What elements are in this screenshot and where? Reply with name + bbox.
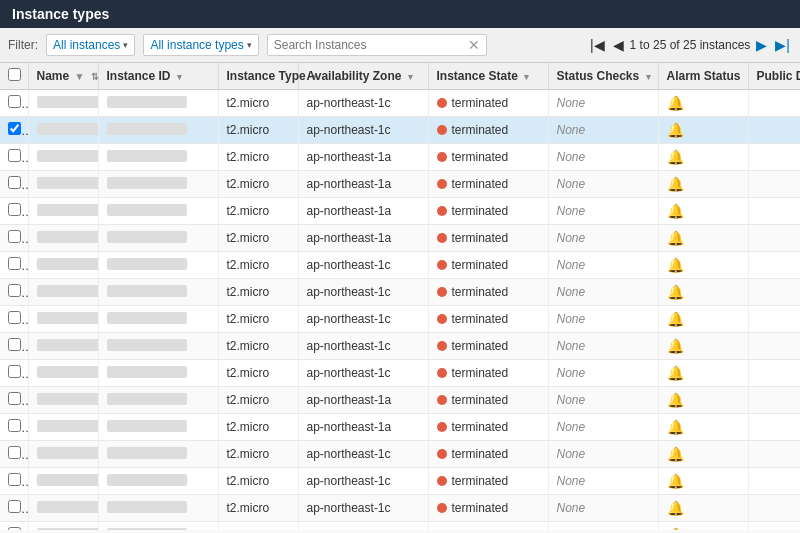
alarm-status-cell[interactable]: 🔔 — [658, 414, 748, 441]
row-checkbox[interactable] — [8, 527, 21, 530]
prev-page-button[interactable]: ◀ — [611, 37, 626, 53]
alarm-status-cell[interactable]: 🔔 — [658, 387, 748, 414]
instance-id-cell[interactable] — [98, 144, 218, 171]
alarm-status-cell[interactable]: 🔔 — [658, 495, 748, 522]
alarm-icon[interactable]: 🔔 — [667, 257, 684, 273]
alarm-icon[interactable]: 🔔 — [667, 149, 684, 165]
row-checkbox[interactable] — [8, 203, 21, 216]
all-instances-filter[interactable]: All instances ▾ — [46, 34, 135, 56]
row-checkbox[interactable] — [8, 338, 21, 351]
row-checkbox-cell[interactable] — [0, 387, 28, 414]
alarm-status-cell[interactable]: 🔔 — [658, 171, 748, 198]
row-checkbox[interactable] — [8, 500, 21, 513]
alarm-status-cell[interactable]: 🔔 — [658, 279, 748, 306]
instance-id-column-header[interactable]: Instance ID ▾ — [98, 63, 218, 90]
alarm-icon[interactable]: 🔔 — [667, 284, 684, 300]
row-checkbox-cell[interactable] — [0, 198, 28, 225]
alarm-icon[interactable]: 🔔 — [667, 176, 684, 192]
alarm-icon[interactable]: 🔔 — [667, 500, 684, 516]
row-checkbox-cell[interactable] — [0, 90, 28, 117]
instance-id-cell[interactable] — [98, 306, 218, 333]
first-page-button[interactable]: |◀ — [588, 37, 607, 53]
alarm-status-cell[interactable]: 🔔 — [658, 333, 748, 360]
instance-type-column-header[interactable]: Instance Type ▾ — [218, 63, 298, 90]
sort-icon[interactable]: ⇅ — [91, 72, 99, 82]
instance-id-cell[interactable] — [98, 90, 218, 117]
alarm-icon[interactable]: 🔔 — [667, 392, 684, 408]
alarm-status-cell[interactable]: 🔔 — [658, 360, 748, 387]
row-checkbox[interactable] — [8, 257, 21, 270]
instance-id-cell[interactable] — [98, 414, 218, 441]
instance-id-cell[interactable] — [98, 495, 218, 522]
alarm-icon[interactable]: 🔔 — [667, 419, 684, 435]
alarm-icon[interactable]: 🔔 — [667, 311, 684, 327]
last-page-button[interactable]: ▶| — [773, 37, 792, 53]
instance-id-cell[interactable] — [98, 279, 218, 306]
instance-id-cell[interactable] — [98, 468, 218, 495]
row-checkbox-cell[interactable] — [0, 468, 28, 495]
alarm-status-cell[interactable]: 🔔 — [658, 144, 748, 171]
instance-id-cell[interactable] — [98, 360, 218, 387]
availability-zone-column-header[interactable]: Availability Zone ▾ — [298, 63, 428, 90]
instance-id-cell[interactable] — [98, 198, 218, 225]
row-checkbox[interactable] — [8, 284, 21, 297]
row-checkbox[interactable] — [8, 95, 21, 108]
alarm-status-cell[interactable]: 🔔 — [658, 522, 748, 531]
instance-id-cell[interactable] — [98, 522, 218, 531]
instance-id-cell[interactable] — [98, 117, 218, 144]
name-column-header[interactable]: Name ▼ ⇅ — [28, 63, 98, 90]
alarm-icon[interactable]: 🔔 — [667, 365, 684, 381]
alarm-status-cell[interactable]: 🔔 — [658, 306, 748, 333]
sort-icon[interactable]: ▾ — [646, 72, 651, 82]
alarm-icon[interactable]: 🔔 — [667, 473, 684, 489]
alarm-status-cell[interactable]: 🔔 — [658, 252, 748, 279]
alarm-icon[interactable]: 🔔 — [667, 122, 684, 138]
select-all-header[interactable] — [0, 63, 28, 90]
instance-id-cell[interactable] — [98, 441, 218, 468]
sort-icon[interactable]: ▾ — [177, 72, 182, 82]
alarm-status-cell[interactable]: 🔔 — [658, 441, 748, 468]
close-icon[interactable]: ✕ — [468, 37, 480, 53]
row-checkbox-cell[interactable] — [0, 171, 28, 198]
alarm-status-column-header[interactable]: Alarm Status — [658, 63, 748, 90]
alarm-status-cell[interactable]: 🔔 — [658, 225, 748, 252]
alarm-icon[interactable]: 🔔 — [667, 95, 684, 111]
row-checkbox-cell[interactable] — [0, 279, 28, 306]
row-checkbox-cell[interactable] — [0, 225, 28, 252]
row-checkbox-cell[interactable] — [0, 306, 28, 333]
row-checkbox[interactable] — [8, 446, 21, 459]
row-checkbox[interactable] — [8, 122, 21, 135]
alarm-icon[interactable]: 🔔 — [667, 527, 684, 530]
row-checkbox-cell[interactable] — [0, 414, 28, 441]
row-checkbox[interactable] — [8, 473, 21, 486]
instance-state-column-header[interactable]: Instance State ▾ — [428, 63, 548, 90]
row-checkbox-cell[interactable] — [0, 252, 28, 279]
alarm-status-cell[interactable]: 🔔 — [658, 468, 748, 495]
row-checkbox-cell[interactable] — [0, 495, 28, 522]
select-all-checkbox[interactable] — [8, 68, 21, 81]
next-page-button[interactable]: ▶ — [754, 37, 769, 53]
alarm-icon[interactable]: 🔔 — [667, 230, 684, 246]
row-checkbox-cell[interactable] — [0, 360, 28, 387]
search-input[interactable] — [274, 38, 468, 52]
instance-id-cell[interactable] — [98, 171, 218, 198]
row-checkbox[interactable] — [8, 311, 21, 324]
row-checkbox-cell[interactable] — [0, 441, 28, 468]
row-checkbox[interactable] — [8, 230, 21, 243]
row-checkbox[interactable] — [8, 365, 21, 378]
alarm-status-cell[interactable]: 🔔 — [658, 117, 748, 144]
alarm-status-cell[interactable]: 🔔 — [658, 198, 748, 225]
alarm-icon[interactable]: 🔔 — [667, 203, 684, 219]
alarm-status-cell[interactable]: 🔔 — [658, 90, 748, 117]
status-checks-column-header[interactable]: Status Checks ▾ — [548, 63, 658, 90]
alarm-icon[interactable]: 🔔 — [667, 338, 684, 354]
row-checkbox[interactable] — [8, 176, 21, 189]
instance-id-cell[interactable] — [98, 225, 218, 252]
public-dns-column-header[interactable]: Public DNS — [748, 63, 800, 90]
row-checkbox-cell[interactable] — [0, 333, 28, 360]
alarm-icon[interactable]: 🔔 — [667, 446, 684, 462]
all-types-filter[interactable]: All instance types ▾ — [143, 34, 258, 56]
row-checkbox-cell[interactable] — [0, 144, 28, 171]
row-checkbox[interactable] — [8, 419, 21, 432]
row-checkbox-cell[interactable] — [0, 522, 28, 531]
